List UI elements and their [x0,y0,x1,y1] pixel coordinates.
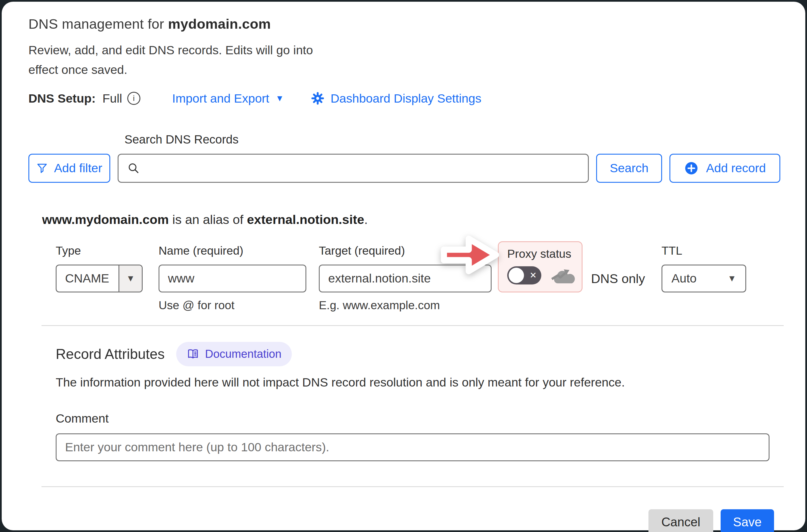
chevron-down-icon: ▼ [276,94,284,103]
record-form-row: Type CNAME ▼ Name (required) Use @ for r… [56,244,780,312]
cancel-button-label: Cancel [661,515,700,529]
type-field: Type CNAME ▼ [56,244,143,292]
type-select[interactable]: CNAME ▼ [56,265,143,292]
page-background: { "header": { "title_prefix": "DNS manag… [0,0,807,532]
dashboard-display-settings-label: Dashboard Display Settings [330,92,481,106]
search-button-label: Search [610,161,649,175]
proxy-toggle-knob [508,268,524,283]
search-controls-row: Add filter Search Add record [28,154,780,183]
info-icon[interactable]: i [127,92,140,105]
plus-circle-icon [684,161,699,176]
comment-input[interactable] [56,433,769,461]
type-select-caret: ▼ [118,265,142,291]
chevron-down-icon: ▼ [126,273,135,284]
alias-middle-text: is an alias of [169,212,247,227]
add-record-button[interactable]: Add record [670,154,780,183]
chevron-down-icon: ▼ [727,273,736,284]
import-export-label: Import and Export [172,92,269,106]
search-dns-records-label: Search DNS Records [124,133,780,146]
search-input-container [118,154,589,183]
ttl-select[interactable]: Auto ▼ [661,265,746,292]
open-book-icon [187,347,199,361]
comment-label: Comment [56,412,780,425]
page-title-prefix: DNS management for [28,16,168,32]
divider [41,486,784,487]
add-filter-button[interactable]: Add filter [28,154,110,183]
alias-description: www.mydomain.com is an alias of external… [42,212,780,227]
search-input[interactable] [147,162,579,175]
record-attributes-heading: Record Attributes [56,346,165,362]
name-helper-text: Use @ for root [158,299,306,312]
filter-funnel-icon [36,163,48,174]
toggle-off-x-icon: ✕ [530,270,537,280]
target-helper-text: E.g. www.example.com [319,299,492,312]
cancel-button[interactable]: Cancel [649,509,713,532]
dashboard-display-settings-link[interactable]: Dashboard Display Settings [311,92,481,106]
comment-input-wrapper [56,433,769,461]
dns-management-panel: DNS management for mydomain.com Review, … [2,2,805,530]
search-icon [127,162,140,175]
ttl-field: TTL Auto ▼ [661,244,746,292]
dns-setup-value: Full [102,92,122,106]
proxy-status-field: Proxy status ✕ [498,241,582,292]
comment-section: Comment [56,412,780,461]
divider [41,325,784,326]
documentation-badge-link[interactable]: Documentation [176,342,292,366]
documentation-badge-label: Documentation [205,347,282,360]
name-field: Name (required) Use @ for root [158,244,306,312]
type-select-value: CNAME [57,265,118,291]
proxy-status-label: Proxy status [507,247,582,261]
alias-period: . [364,212,368,227]
ttl-select-value: Auto [671,271,696,285]
save-button-label: Save [733,515,762,529]
alias-source: www.mydomain.com [42,212,169,227]
footer-actions: Cancel Save [28,509,780,532]
target-input[interactable] [319,265,492,292]
search-section: Search DNS Records Add filter Search [28,133,780,183]
save-button[interactable]: Save [720,509,774,532]
proxy-status-highlight-box: Proxy status ✕ [498,241,582,292]
dns-setup-row: DNS Setup: Full i Import and Export ▼ [28,92,780,106]
target-field: Target (required) E.g. www.example.com [319,244,492,312]
record-attributes-section: Record Attributes Documentation The info… [56,342,780,390]
type-label: Type [56,244,143,258]
page-title-domain: mydomain.com [168,16,271,32]
dns-setup-label: DNS Setup: [28,92,96,106]
proxy-toggle[interactable]: ✕ [507,266,541,284]
name-input[interactable] [158,265,306,292]
page-subtitle: Review, add, and edit DNS records. Edits… [28,40,331,80]
record-attributes-heading-row: Record Attributes Documentation [56,342,780,366]
ttl-label: TTL [661,244,746,258]
proxy-status-controls: ✕ [507,266,582,284]
search-button[interactable]: Search [596,154,662,183]
target-label: Target (required) [319,244,492,258]
proxy-status-text: DNS only [591,271,645,286]
add-filter-label: Add filter [54,161,102,175]
add-record-label: Add record [706,161,766,175]
alias-target: external.notion.site [247,212,364,227]
record-attributes-description: The information provided here will not i… [56,375,780,390]
cloud-dns-only-icon [551,266,577,284]
name-label: Name (required) [158,244,306,258]
page-title: DNS management for mydomain.com [28,16,780,32]
import-export-link[interactable]: Import and Export ▼ [172,92,284,106]
gear-icon [311,92,324,105]
